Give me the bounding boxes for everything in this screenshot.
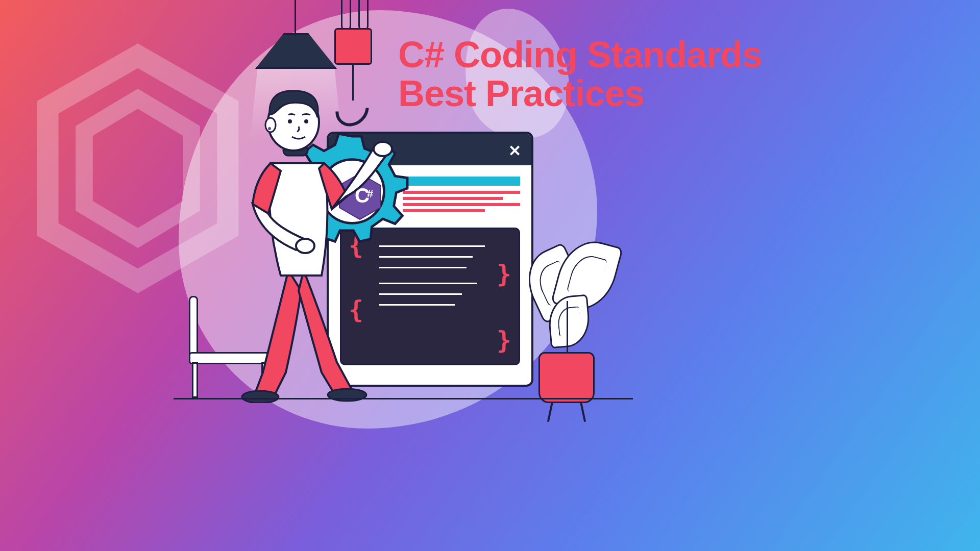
text-preview xyxy=(403,177,520,217)
svg-point-5 xyxy=(374,142,392,156)
svg-point-4 xyxy=(296,239,314,253)
svg-point-10 xyxy=(288,119,292,123)
brace-close-icon: } xyxy=(497,260,511,288)
title-line-1: C# Coding Standards xyxy=(398,36,762,74)
svg-point-2 xyxy=(242,391,279,403)
plant-pot xyxy=(538,352,595,403)
close-icon[interactable]: ✕ xyxy=(508,142,521,160)
svg-point-9 xyxy=(268,127,271,130)
brace-close-icon: } xyxy=(497,326,511,355)
title-line-2: Best Practices xyxy=(398,74,762,113)
svg-point-11 xyxy=(304,119,308,123)
crane-block xyxy=(334,28,372,65)
svg-point-8 xyxy=(265,118,276,132)
crane-pins xyxy=(337,0,373,31)
plant-decoration xyxy=(523,230,615,403)
person-illustration xyxy=(230,87,393,403)
lamp-wire xyxy=(295,0,296,36)
hero-title: C# Coding Standards Best Practices xyxy=(398,36,762,113)
ground-line xyxy=(174,398,633,399)
